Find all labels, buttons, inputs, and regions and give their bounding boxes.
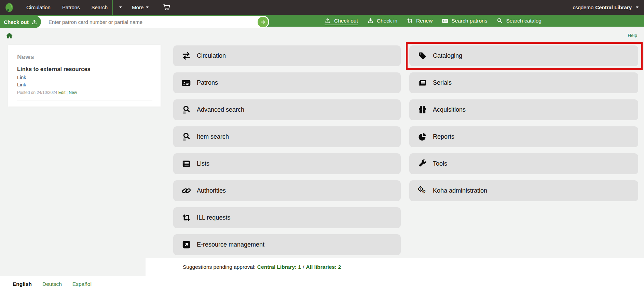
koha-logo[interactable] (4, 2, 14, 13)
search-dropdown-toggle[interactable] (113, 0, 126, 15)
module-label: Item search (197, 133, 229, 140)
pie-chart-icon (417, 132, 427, 142)
module-label: ILL requests (197, 214, 230, 221)
module-reports[interactable]: Reports (409, 126, 638, 147)
module-label: Lists (197, 160, 209, 167)
suggestions-central-library-link[interactable]: Central Library: 1 (257, 264, 301, 270)
nav-search[interactable]: Search (86, 0, 113, 15)
upload-icon (325, 17, 331, 24)
search-icon (496, 17, 503, 24)
news-link[interactable]: Link (17, 81, 152, 88)
navbar-left: Circulation Patrons Search More (0, 0, 174, 15)
koha-staff-home: Circulation Patrons Search More csqdemo … (0, 0, 644, 292)
search-book-icon (181, 132, 191, 142)
caret-down-icon (146, 6, 149, 8)
quicklink-label: Search patrons (451, 18, 487, 24)
suggestions-prefix: Suggestions pending approval: (183, 264, 256, 270)
nav-circulation[interactable]: Circulation (20, 0, 56, 15)
news-divider (17, 100, 152, 100)
module-column-center: Circulation Patrons (173, 45, 401, 261)
nav-more[interactable]: More (126, 0, 154, 15)
quicklink-label: Check out (334, 18, 358, 24)
tag-icon (417, 51, 427, 61)
header-search-bar: Check out (0, 15, 644, 27)
module-label: E-resource management (197, 241, 264, 248)
download-icon (367, 17, 374, 24)
news-posted-line: Posted on 24/10/2024 Edit | New (17, 90, 152, 95)
module-column-right: Cataloging Serials (409, 45, 638, 207)
news-panel: News Links to external resources Link Li… (8, 45, 161, 107)
quick-links: Check out Check in (325, 15, 542, 27)
language-footer: English Deutsch Español (0, 276, 644, 292)
module-label: Acquisitions (433, 106, 466, 113)
module-cataloging[interactable]: Cataloging (409, 45, 638, 66)
search-submit-button[interactable] (258, 17, 268, 27)
nav-patrons[interactable]: Patrons (56, 0, 86, 15)
module-label: Circulation (197, 52, 226, 59)
quicklink-check-out[interactable]: Check out (325, 15, 358, 27)
module-tools[interactable]: Tools (409, 153, 638, 174)
quicklink-label: Check in (377, 18, 397, 24)
quicklink-search-patrons[interactable]: Search patrons (442, 15, 487, 27)
newspaper-icon (417, 78, 427, 88)
id-card-icon (442, 17, 449, 24)
gears-icon: ⚙⚙ (417, 186, 427, 196)
news-title: News (17, 53, 152, 61)
module-patrons[interactable]: Patrons (173, 72, 401, 93)
help-link[interactable]: Help (628, 33, 637, 38)
module-eresource-management[interactable]: E-resource management (173, 234, 401, 255)
checkout-tab[interactable]: Check out (0, 16, 41, 28)
home-icon (6, 32, 13, 39)
caret-down-icon (636, 6, 639, 8)
module-koha-administration[interactable]: ⚙⚙ Koha administration (409, 180, 638, 201)
separator: / (303, 264, 304, 270)
link-icon (181, 186, 191, 196)
module-label: Reports (433, 133, 454, 140)
quicklink-check-in[interactable]: Check in (367, 15, 397, 27)
nav-more-label: More (132, 4, 143, 10)
language-espanol[interactable]: Español (72, 281, 92, 287)
language-english[interactable]: English (13, 281, 32, 287)
top-navbar: Circulation Patrons Search More csqdemo … (0, 0, 644, 15)
user-menu[interactable]: csqdemo Central Library (573, 4, 639, 10)
module-authorities[interactable]: Authorities (173, 180, 401, 201)
home-breadcrumb-icon[interactable] (6, 32, 13, 39)
cart-icon[interactable] (159, 0, 174, 15)
module-ill-requests[interactable]: ILL requests (173, 207, 401, 228)
news-entry-title: Links to external resources (17, 66, 152, 72)
separator: | (67, 90, 68, 95)
quicklink-label: Renew (416, 18, 433, 24)
news-edit-link[interactable]: Edit (58, 90, 66, 95)
module-acquisitions[interactable]: Acquisitions (409, 99, 638, 120)
module-serials[interactable]: Serials (409, 72, 638, 93)
suggestions-all-libraries-link[interactable]: All libraries: 2 (306, 264, 341, 270)
quicklink-search-catalog[interactable]: Search catalog (496, 15, 541, 27)
id-card-icon (181, 78, 191, 88)
news-new-link[interactable]: New (69, 90, 77, 95)
patron-search-pill: Check out (0, 16, 269, 28)
language-deutsch[interactable]: Deutsch (42, 281, 62, 287)
suggestions-bar: Suggestions pending approval: Central Li… (146, 258, 644, 276)
quicklink-renew[interactable]: Renew (407, 15, 433, 27)
module-advanced-search[interactable]: Advanced search (173, 99, 401, 120)
arrow-right-icon (260, 19, 266, 25)
module-circulation[interactable]: Circulation (173, 45, 401, 66)
module-item-search[interactable]: Item search (173, 126, 401, 147)
search-book-icon (181, 105, 191, 115)
module-label: Tools (433, 160, 447, 167)
external-arrow-icon (181, 240, 191, 250)
news-link[interactable]: Link (17, 74, 152, 81)
list-icon (181, 159, 191, 169)
module-label: Patrons (197, 79, 218, 86)
navbar-right: csqdemo Central Library (573, 4, 644, 10)
module-label: Authorities (197, 187, 226, 194)
repeat-icon (181, 213, 191, 223)
renew-icon (407, 17, 413, 24)
patron-search-input[interactable] (44, 16, 253, 28)
library-name: Central Library (595, 4, 632, 10)
posted-on-text: Posted on 24/10/2024 (17, 90, 57, 95)
module-lists[interactable]: Lists (173, 153, 401, 174)
wrench-icon (417, 159, 427, 169)
username: csqdemo (573, 4, 593, 10)
gift-icon (417, 105, 427, 115)
